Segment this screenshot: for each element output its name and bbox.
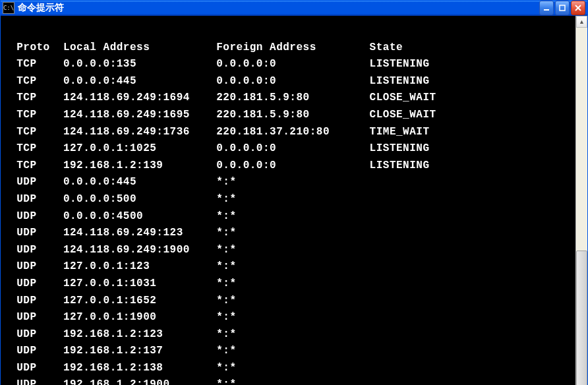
- window-title: 命令提示符: [18, 2, 539, 14]
- app-icon: C:\: [3, 2, 15, 14]
- terminal-output[interactable]: Proto Local Address Foreign Address Stat…: [1, 16, 575, 385]
- minimize-button[interactable]: [539, 1, 554, 15]
- scrollbar-thumb[interactable]: [576, 251, 587, 385]
- titlebar[interactable]: C:\ 命令提示符: [1, 1, 587, 15]
- scroll-up-button[interactable]: ▲: [576, 16, 587, 28]
- svg-rect-0: [544, 9, 549, 11]
- maximize-button[interactable]: [555, 1, 570, 15]
- vertical-scrollbar[interactable]: ▲ ▼: [575, 16, 587, 385]
- maximize-icon: [558, 4, 566, 12]
- close-button[interactable]: [571, 1, 585, 15]
- minimize-icon: [543, 4, 550, 12]
- window-controls: [539, 1, 585, 15]
- client-area: Proto Local Address Foreign Address Stat…: [1, 15, 587, 385]
- chevron-up-icon: ▲: [579, 18, 585, 25]
- scrollbar-track[interactable]: [576, 28, 587, 385]
- close-icon: [574, 4, 582, 12]
- svg-rect-1: [560, 5, 565, 11]
- command-prompt-window: C:\ 命令提示符 Proto Local Address Foreign Ad…: [0, 0, 588, 385]
